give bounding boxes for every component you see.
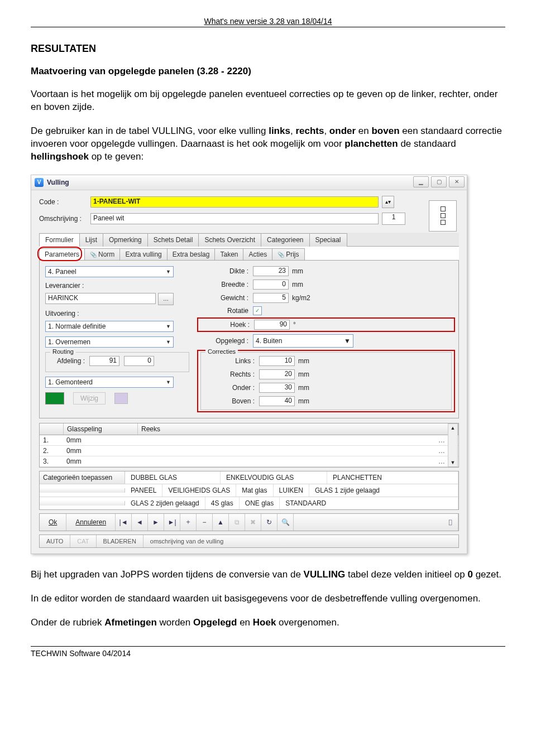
row-lookup-button[interactable]: …	[438, 436, 445, 444]
glasspeling-table: Glasspeling Reeks 1.0mm… 2.0mm… 3.0mm…	[39, 423, 459, 468]
wijzig-button[interactable]: Wijzig	[73, 392, 106, 405]
minimize-button[interactable]: ▁	[413, 176, 429, 187]
up-button[interactable]: ▲	[213, 514, 229, 531]
hoek-label: Hoek :	[200, 321, 254, 329]
cat-cell[interactable]: VEILIGHEIDS GLAS	[162, 484, 236, 497]
desc-index[interactable]: 1	[382, 213, 405, 225]
row-lookup-button[interactable]: …	[438, 458, 445, 465]
scroll-up-icon[interactable]: ▲	[451, 425, 456, 431]
clip-icon: 📎	[277, 252, 284, 258]
tab-lijst[interactable]: Lijst	[79, 233, 103, 247]
tab-acties[interactable]: Acties	[243, 248, 272, 260]
cancel-button[interactable]: Annuleren	[66, 514, 116, 531]
dikte-unit: mm	[289, 267, 303, 275]
gewicht-unit: kg/m2	[289, 294, 310, 302]
maximize-button[interactable]: ▢	[431, 176, 447, 187]
duplicate-button[interactable]: ⧉	[229, 514, 245, 531]
table-row[interactable]: 3.0mm…	[40, 456, 458, 467]
status-bladeren: BLADEREN	[97, 535, 143, 547]
rechts-input[interactable]: 20	[259, 369, 295, 379]
cat-cell[interactable]: ENKELVOUDIG GLAS	[221, 471, 327, 484]
cat-cell[interactable]: LUIKEN	[274, 484, 309, 497]
tab-extra-beslag[interactable]: Extra beslag	[167, 248, 216, 260]
tab-categorieen[interactable]: Categorieen	[261, 233, 309, 247]
afdeling-input-2[interactable]: 0	[124, 356, 154, 366]
code-updown[interactable]: ▴▾	[382, 196, 394, 208]
nav-prev-button[interactable]: ◄	[132, 514, 148, 531]
tabs-sub: Parameters 📎Norm Extra vulling Extra bes…	[39, 247, 459, 261]
dikte-input[interactable]: 23	[253, 266, 289, 276]
color-swatch-green[interactable]	[45, 392, 64, 405]
correcties-group: Correcties Links :10mm Rechts :20mm Onde…	[200, 352, 452, 410]
breedte-input[interactable]: 0	[253, 280, 289, 290]
code-label: Code :	[39, 198, 90, 206]
chevron-down-icon: ▼	[344, 337, 351, 345]
cat-cell[interactable]: PANEEL	[125, 484, 162, 497]
close-button[interactable]: ✕	[449, 176, 465, 187]
rotatie-checkbox[interactable]: ✓	[253, 306, 262, 315]
tab-schets-detail[interactable]: Schets Detail	[147, 233, 199, 247]
overnemen-dropdown[interactable]: 1. Overnemen▼	[45, 336, 174, 348]
layer-widget[interactable]	[429, 200, 457, 232]
remove-button[interactable]: −	[197, 514, 213, 531]
gewicht-input[interactable]: 5	[253, 293, 289, 303]
add-button[interactable]: ＋	[180, 514, 197, 531]
links-input[interactable]: 10	[259, 356, 295, 366]
cat-cell[interactable]: 4S glas	[205, 497, 240, 509]
tab-schets-overzicht[interactable]: Schets Overzicht	[198, 233, 261, 247]
rotatie-label: Rotatie	[199, 307, 253, 315]
cat-cell[interactable]: Mat glas	[236, 484, 273, 497]
col-glasspeling[interactable]: Glasspeling	[64, 423, 138, 435]
desc-input[interactable]: Paneel wit	[90, 213, 379, 224]
tab-formulier[interactable]: Formulier	[39, 233, 80, 247]
cat-cell[interactable]: GLAS 1 zijde gelaagd	[309, 484, 458, 497]
nav-first-button[interactable]: |◄	[116, 514, 132, 531]
categories-apply-button[interactable]: Categorieën toepassen	[40, 471, 125, 484]
opgelegd-dropdown[interactable]: 4. Buiten▼	[253, 334, 353, 348]
tab-speciaal[interactable]: Speciaal	[309, 233, 347, 247]
cat-cell[interactable]: DUBBEL GLAS	[125, 471, 221, 484]
afdeling-input-1[interactable]: 91	[89, 356, 119, 366]
row-lookup-button[interactable]: …	[438, 447, 445, 455]
status-cat: CAT	[70, 535, 96, 547]
ok-button[interactable]: Ok	[40, 514, 66, 531]
rechts-label: Rechts :	[205, 370, 259, 378]
color-swatch-lilac[interactable]	[114, 393, 128, 404]
uitvoering-dropdown[interactable]: 1. Normale definitie▼	[45, 321, 174, 332]
routing-group: Routing Afdeling : 91 0	[45, 352, 189, 372]
delete-button[interactable]: ✖	[245, 514, 261, 531]
cat-cell[interactable]: STANDAARD	[280, 497, 458, 509]
tab-prijs[interactable]: 📎Prijs	[272, 248, 304, 260]
cat-cell[interactable]: ONE glas	[240, 497, 280, 509]
gemonteerd-dropdown[interactable]: 1. Gemonteerd▼	[45, 377, 174, 388]
tab-opmerking[interactable]: Opmerking	[103, 233, 148, 247]
cat-cell[interactable]: GLAS 2 zijden gelaagd	[125, 497, 205, 509]
leverancier-input[interactable]: HARINCK	[45, 293, 156, 304]
boven-input[interactable]: 40	[259, 396, 295, 406]
paragraph-4: In de editor worden de standaard waarden…	[31, 593, 505, 605]
find-button[interactable]: 🔍	[277, 514, 294, 531]
scan-button[interactable]: ⌷	[442, 514, 458, 531]
tab-taken[interactable]: Taken	[214, 248, 243, 260]
opgelegd-label: Opgelegd :	[199, 337, 253, 345]
tab-norm[interactable]: 📎Norm	[84, 248, 120, 260]
table-scrollbar[interactable]: ▲ ▼	[448, 423, 458, 467]
correcties-legend: Correcties	[205, 348, 238, 355]
table-row[interactable]: 2.0mm…	[40, 446, 458, 456]
tab-extra-vulling[interactable]: Extra vulling	[119, 248, 167, 260]
code-input[interactable]: 1-PANEEL-WIT	[90, 196, 379, 208]
type-dropdown[interactable]: 4. Paneel▼	[45, 266, 174, 277]
nav-last-button[interactable]: ►|	[164, 514, 180, 531]
onder-input[interactable]: 30	[259, 383, 295, 393]
breedte-unit: mm	[289, 281, 303, 288]
refresh-button[interactable]: ↻	[261, 514, 277, 531]
tab-parameters[interactable]: Parameters	[39, 248, 85, 260]
scroll-down-icon[interactable]: ▼	[451, 460, 456, 465]
col-reeks[interactable]: Reeks	[138, 423, 458, 435]
table-row[interactable]: 1.0mm…	[40, 435, 458, 446]
hoek-input[interactable]: 90	[254, 320, 290, 330]
leverancier-lookup-button[interactable]: …	[158, 293, 174, 305]
cat-cell[interactable]: PLANCHETTEN	[327, 471, 458, 484]
nav-next-button[interactable]: ►	[148, 514, 164, 531]
tabs-main: Formulier Lijst Opmerking Schets Detail …	[39, 233, 459, 247]
